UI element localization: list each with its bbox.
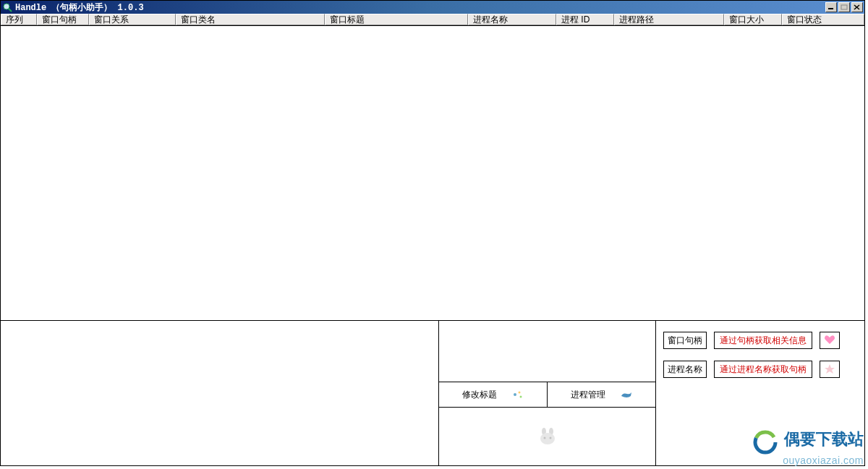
title-bar: Handle （句柄小助手） 1.0.3 xyxy=(1,1,864,14)
handle-row: 窗口句柄 通过句柄获取相关信息 xyxy=(663,332,857,349)
svg-point-8 xyxy=(519,396,522,398)
svg-point-13 xyxy=(549,437,551,439)
svg-point-7 xyxy=(518,392,520,394)
minimize-button[interactable] xyxy=(825,2,837,12)
window-controls xyxy=(825,2,864,12)
handle-label: 窗口句柄 xyxy=(663,332,707,349)
star-icon xyxy=(824,363,835,376)
app-window: Handle （句柄小助手） 1.0.3 序列 窗口句柄 窗口关系 窗口类名 窗… xyxy=(0,0,865,466)
magnifier-icon xyxy=(2,2,12,12)
svg-point-6 xyxy=(514,393,516,396)
process-mgmt-button[interactable]: 进程管理 xyxy=(547,382,655,407)
svg-point-12 xyxy=(543,437,545,439)
sparkle-icon xyxy=(511,390,524,400)
svg-point-0 xyxy=(4,4,9,9)
col-procpath[interactable]: 进程路径 xyxy=(614,14,724,25)
mid-button-row: 修改标题 进程管理 xyxy=(439,382,655,408)
star-icon-box[interactable] xyxy=(820,361,840,378)
svg-point-11 xyxy=(540,433,555,444)
bottom-mid-pane: 修改标题 进程管理 xyxy=(439,321,656,465)
mid-top-area xyxy=(439,321,655,382)
procname-label: 进程名称 xyxy=(663,361,707,378)
col-title[interactable]: 窗口标题 xyxy=(325,14,468,25)
bottom-left-pane xyxy=(1,321,439,465)
procname-row: 进程名称 通过进程名称获取句柄 xyxy=(663,361,857,378)
column-headers: 序列 窗口句柄 窗口关系 窗口类名 窗口标题 进程名称 进程 ID 进程路径 窗… xyxy=(1,14,864,26)
col-winsize[interactable]: 窗口大小 xyxy=(724,14,782,25)
col-seq[interactable]: 序列 xyxy=(1,14,37,25)
modify-title-button[interactable]: 修改标题 xyxy=(439,382,547,407)
col-relation[interactable]: 窗口关系 xyxy=(89,14,176,25)
get-by-handle-button[interactable]: 通过句柄获取相关信息 xyxy=(714,332,812,349)
heart-icon xyxy=(824,335,835,347)
col-procname[interactable]: 进程名称 xyxy=(468,14,556,25)
svg-rect-3 xyxy=(841,5,847,9)
maximize-button[interactable] xyxy=(838,2,850,12)
svg-line-1 xyxy=(9,9,12,12)
bottom-panel: 修改标题 进程管理 xyxy=(1,320,864,465)
bunny-icon xyxy=(537,427,558,446)
col-winstate[interactable]: 窗口状态 xyxy=(782,14,864,25)
mid-bottom-area xyxy=(439,408,655,465)
col-handle[interactable]: 窗口句柄 xyxy=(37,14,89,25)
whale-icon xyxy=(620,390,633,400)
bottom-right-pane: 窗口句柄 通过句柄获取相关信息 进程名称 通过进程名称获取句柄 xyxy=(656,321,864,465)
col-classname[interactable]: 窗口类名 xyxy=(176,14,325,25)
list-view[interactable] xyxy=(1,26,864,320)
get-by-procname-button[interactable]: 通过进程名称获取句柄 xyxy=(714,361,812,378)
content-area: 序列 窗口句柄 窗口关系 窗口类名 窗口标题 进程名称 进程 ID 进程路径 窗… xyxy=(1,14,864,465)
modify-title-label: 修改标题 xyxy=(462,389,497,401)
heart-icon-box[interactable] xyxy=(820,332,840,349)
close-button[interactable] xyxy=(851,2,863,12)
window-title: Handle （句柄小助手） 1.0.3 xyxy=(15,1,825,14)
process-mgmt-label: 进程管理 xyxy=(571,389,605,401)
col-pid[interactable]: 进程 ID xyxy=(556,14,614,25)
